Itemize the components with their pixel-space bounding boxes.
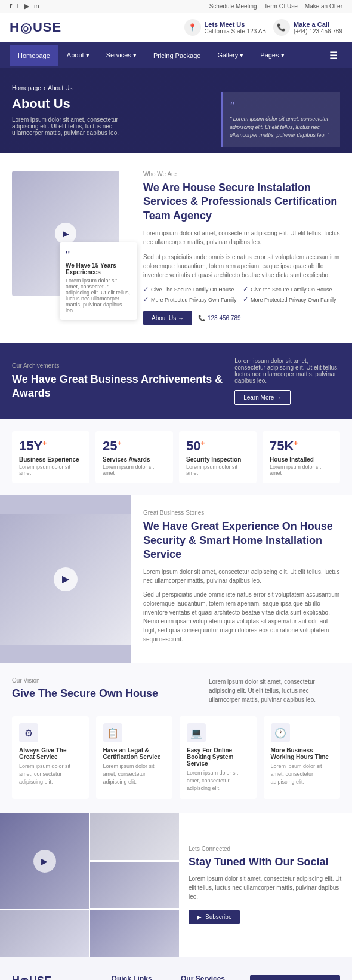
subscribe-icon: ▶ — [197, 914, 202, 920]
schedule-meeting-link[interactable]: Schedule Meeting — [209, 3, 257, 10]
gallery-play-button[interactable]: ▶ — [33, 850, 56, 873]
contact1-detail: California State 123 AB — [205, 28, 266, 35]
phone-contact: 📞 Make a Call (+44) 123 456 789 — [273, 19, 342, 36]
feature-3: ✓ More Protected Privacy Own Family — [143, 296, 240, 303]
nav-homepage[interactable]: Homepage — [10, 45, 58, 66]
stats-section: 15Y+ Business Experience Lorem ipsum dol… — [0, 419, 352, 495]
experience-text2: Sed ut perspiciatis unde omnis iste natu… — [143, 590, 340, 644]
subscribe-button[interactable]: ▶ Subscribe — [189, 910, 240, 924]
logo[interactable]: HOUSE — [10, 20, 61, 35]
term-of-use-link[interactable]: Term Of Use — [264, 3, 298, 10]
quote-box-title: We Have 15 Years Experiences — [66, 262, 131, 275]
nav-gallery[interactable]: Gallery ▾ — [209, 44, 252, 66]
gallery-grid: ▶ — [0, 813, 179, 957]
top-links: Schedule Meeting Term Of Use Make an Off… — [209, 3, 342, 10]
stat-label-4: House Installed — [270, 456, 333, 463]
social-desc: Lorem ipsum dolor sit amet, consectetur … — [189, 874, 342, 901]
social-title: Stay Tuned With Our Social — [189, 856, 342, 868]
nav-pages[interactable]: Pages ▾ — [252, 44, 292, 66]
location-contact: 📍 Lets Meet Us California State 123 AB — [184, 19, 266, 36]
hero-description: Lorem ipsum dolor sit amet, consectetur … — [12, 116, 131, 136]
stat-label-3: Security Inspection — [186, 456, 249, 463]
hero-quote: " " Lorem ipsum dolor sit amet, consecte… — [221, 92, 340, 147]
youtube-icon[interactable]: ▶ — [24, 2, 29, 10]
experience-image: ▶ — [0, 495, 131, 663]
vision-card-1: ⚙ Always Give The Great Service Lorem ip… — [12, 716, 89, 799]
experience-play-button[interactable]: ▶ — [54, 567, 78, 591]
phone-icon-small: 📞 — [198, 315, 205, 321]
vision-card-4: 🕐 More Business Working Hours Time Lorem… — [264, 716, 341, 799]
social-tag: Lets Connected — [189, 846, 342, 852]
vision-right: Lorem ipsum dolor sit amet, consectetur … — [209, 677, 340, 704]
social-icons[interactable]: 𝐟 𝕥 ▶ in — [10, 2, 39, 10]
stat-desc-1: Lorem ipsum dolor sit amet — [19, 464, 82, 476]
hero-section: Homepage › About Us About Us Lorem ipsum… — [0, 68, 352, 153]
who-text2: Sed ut perspiciatis unde omnis iste natu… — [143, 253, 340, 279]
footer: HOUSE Lorem ipsum dolor sit amet, consec… — [0, 957, 352, 980]
check-icon-2: ✓ — [243, 285, 248, 293]
vision-card-desc-4: Lorem ipsum dolor sit amet, consectetur … — [271, 763, 334, 785]
gallery-item-4 — [0, 910, 89, 957]
vision-top: Our Vision Give The Secure Own House Lor… — [12, 677, 340, 704]
learn-more-button[interactable]: Learn More → — [234, 390, 291, 405]
achievements-tag: Our Archivements — [12, 362, 234, 369]
experience-image-placeholder: ▶ — [0, 514, 131, 645]
gallery-item-1: ▶ — [0, 813, 89, 909]
stat-desc-4: Lorem ipsum dolor sit amet — [270, 464, 333, 476]
linkedin-icon[interactable]: in — [34, 2, 39, 10]
breadcrumb-current: About Us — [48, 85, 72, 91]
nav-pricing[interactable]: Pricing Package — [145, 45, 209, 66]
stat-label-1: Business Experience — [19, 456, 82, 463]
who-text1: Lorem ipsum dolor sit amet, consectetur … — [143, 229, 340, 247]
stat-security-inspection: 50+ Security Inspection Lorem ipsum dolo… — [179, 431, 257, 483]
stat-label-2: Services Awards — [103, 456, 166, 463]
quote-text: " Lorem ipsum dolor sit amet, consectetu… — [230, 115, 333, 140]
vision-section: Our Vision Give The Secure Own House Lor… — [0, 663, 352, 813]
who-title: We Are House Secure Instalation Services… — [143, 181, 340, 223]
quick-links-title: Quick Links — [112, 975, 171, 980]
vision-card-3: 💻 Easy For Online Booking System Service… — [180, 716, 257, 799]
hamburger-icon[interactable]: ☰ — [325, 42, 342, 68]
features-grid: ✓ Give The Secure Family On House ✓ Give… — [143, 285, 340, 303]
nav-about[interactable]: About ▾ — [58, 44, 98, 66]
location-icon: 📍 — [184, 19, 201, 36]
breadcrumb-home[interactable]: Homepage — [12, 85, 41, 91]
quote-decoration: " — [66, 248, 131, 262]
who-tag: Who We Are — [143, 171, 340, 177]
vision-card-desc-3: Lorem ipsum dolor sit amet, consectetur … — [187, 769, 249, 792]
vision-grid: ⚙ Always Give The Great Service Lorem ip… — [12, 716, 340, 799]
achievements-desc: Lorem ipsum dolor sit amet, consectetur … — [234, 358, 340, 384]
achievements-left: Our Archivements We Have Great Business … — [12, 362, 234, 401]
online-icon: 💻 — [187, 723, 206, 742]
make-offer-link[interactable]: Make an Offer — [305, 3, 342, 10]
social-gallery-section: ▶ Lets Connected Stay Tuned With Our Soc… — [0, 813, 352, 957]
services-title: Our Services — [181, 975, 240, 980]
experience-text1: Lorem ipsum dolor sit amet, consectetur … — [143, 567, 340, 585]
achievements-title: We Have Great Business Archivements & Aw… — [12, 373, 234, 401]
feature-1: ✓ Give The Secure Family On House — [143, 285, 240, 293]
about-us-button[interactable]: About Us → — [143, 311, 192, 325]
feature-4: ✓ More Protected Privacy Own Family — [243, 296, 340, 303]
check-icon-4: ✓ — [243, 296, 248, 303]
legal-icon: 📋 — [103, 723, 122, 742]
stat-business-experience: 15Y+ Business Experience Lorem ipsum dol… — [12, 431, 89, 483]
phone-icon: 📞 — [273, 19, 290, 36]
experience-tag: Great Business Stories — [143, 509, 340, 516]
twitter-icon[interactable]: 𝕥 — [17, 2, 20, 10]
header: HOUSE 📍 Lets Meet Us California State 12… — [0, 13, 352, 42]
nav-services[interactable]: Services ▾ — [98, 44, 145, 66]
social-content: Lets Connected Stay Tuned With Our Socia… — [179, 813, 352, 957]
who-buttons: About Us → 📞 123 456 789 — [143, 311, 340, 325]
vision-title: Give The Secure Own House — [12, 687, 158, 700]
header-contacts: 📍 Lets Meet Us California State 123 AB 📞… — [184, 19, 342, 36]
stat-services-awards: 25+ Services Awards Lorem ipsum dolor si… — [95, 431, 173, 483]
achievements-section: Our Archivements We Have Great Business … — [0, 343, 352, 419]
play-button[interactable]: ▶ — [55, 223, 76, 244]
feature-2: ✓ Give the Secure Family On House — [243, 285, 340, 293]
contact1-title: Lets Meet Us — [205, 21, 266, 28]
vision-card-2: 📋 Have an Legal & Certification Service … — [96, 716, 173, 799]
footer-logo: HOUSE — [12, 975, 102, 980]
stat-number-4: 75K+ — [270, 438, 333, 454]
facebook-icon[interactable]: 𝐟 — [10, 2, 12, 10]
stat-number-2: 25+ — [103, 438, 166, 454]
